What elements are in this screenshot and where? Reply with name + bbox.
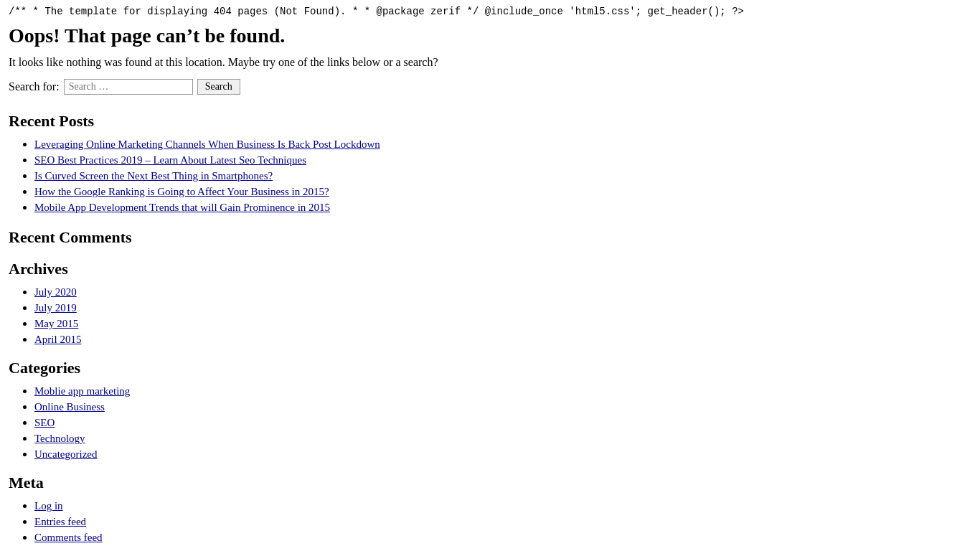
search-form: Search for: Search <box>9 79 971 95</box>
category-link[interactable]: SEO <box>34 417 55 428</box>
list-item: Comments feed <box>34 531 971 544</box>
search-label: Search for: <box>9 80 60 93</box>
categories-heading: Categories <box>9 359 971 377</box>
list-item: May 2015 <box>34 317 971 330</box>
list-item: Is Curved Screen the Next Best Thing in … <box>34 169 971 182</box>
recent-posts-heading: Recent Posts <box>9 112 971 131</box>
post-link[interactable]: How the Google Ranking is Going to Affec… <box>34 186 329 197</box>
list-item: Leveraging Online Marketing Channels Whe… <box>34 138 971 151</box>
meta-link[interactable]: Log in <box>34 500 63 512</box>
list-item: Entries feed <box>34 515 971 528</box>
categories-section: Categories Moblie app marketingOnline Bu… <box>9 359 971 461</box>
category-link[interactable]: Uncategorized <box>34 448 97 460</box>
meta-section: Meta Log inEntries feedComments feed <box>9 474 971 544</box>
list-item: Log in <box>34 499 971 512</box>
list-item: How the Google Ranking is Going to Affec… <box>34 185 971 198</box>
list-item: April 2015 <box>34 333 971 346</box>
page-title: Oops! That page can’t be found. <box>9 24 971 47</box>
meta-list: Log inEntries feedComments feed <box>9 499 971 544</box>
list-item: SEO <box>34 416 971 429</box>
recent-posts-section: Recent Posts Leveraging Online Marketing… <box>9 112 971 214</box>
category-link[interactable]: Technology <box>34 433 85 444</box>
archive-link[interactable]: July 2019 <box>34 302 77 314</box>
post-link[interactable]: Is Curved Screen the Next Best Thing in … <box>34 170 273 182</box>
post-link[interactable]: Leveraging Online Marketing Channels Whe… <box>34 138 380 150</box>
meta-link[interactable]: Entries feed <box>34 516 86 527</box>
archives-list: July 2020July 2019May 2015April 2015 <box>9 286 971 346</box>
list-item: Online Business <box>34 400 971 413</box>
recent-comments-heading: Recent Comments <box>9 228 971 247</box>
list-item: SEO Best Practices 2019 – Learn About La… <box>34 154 971 166</box>
category-link[interactable]: Moblie app marketing <box>34 385 130 397</box>
list-item: Mobile App Development Trends that will … <box>34 201 971 214</box>
archives-heading: Archives <box>9 260 971 278</box>
archive-link[interactable]: May 2015 <box>34 318 78 329</box>
recent-posts-list: Leveraging Online Marketing Channels Whe… <box>9 138 971 214</box>
search-button[interactable]: Search <box>197 79 240 95</box>
list-item: Technology <box>34 432 971 445</box>
search-input[interactable] <box>64 79 193 95</box>
meta-heading: Meta <box>9 474 971 492</box>
list-item: Moblie app marketing <box>34 385 971 397</box>
list-item: Uncategorized <box>34 448 971 461</box>
archive-link[interactable]: April 2015 <box>34 334 81 345</box>
list-item: July 2020 <box>34 286 971 298</box>
categories-list: Moblie app marketingOnline BusinessSEOTe… <box>9 385 971 461</box>
list-item: July 2019 <box>34 301 971 314</box>
recent-comments-section: Recent Comments <box>9 228 971 247</box>
meta-link[interactable]: Comments feed <box>34 532 103 543</box>
code-comment: /** * The template for displaying 404 pa… <box>9 6 971 17</box>
post-link[interactable]: SEO Best Practices 2019 – Learn About La… <box>34 154 306 166</box>
archive-link[interactable]: July 2020 <box>34 286 77 298</box>
category-link[interactable]: Online Business <box>34 401 105 413</box>
post-link[interactable]: Mobile App Development Trends that will … <box>34 202 330 213</box>
archives-section: Archives July 2020July 2019May 2015April… <box>9 260 971 346</box>
not-found-message: It looks like nothing was found at this … <box>9 56 971 69</box>
